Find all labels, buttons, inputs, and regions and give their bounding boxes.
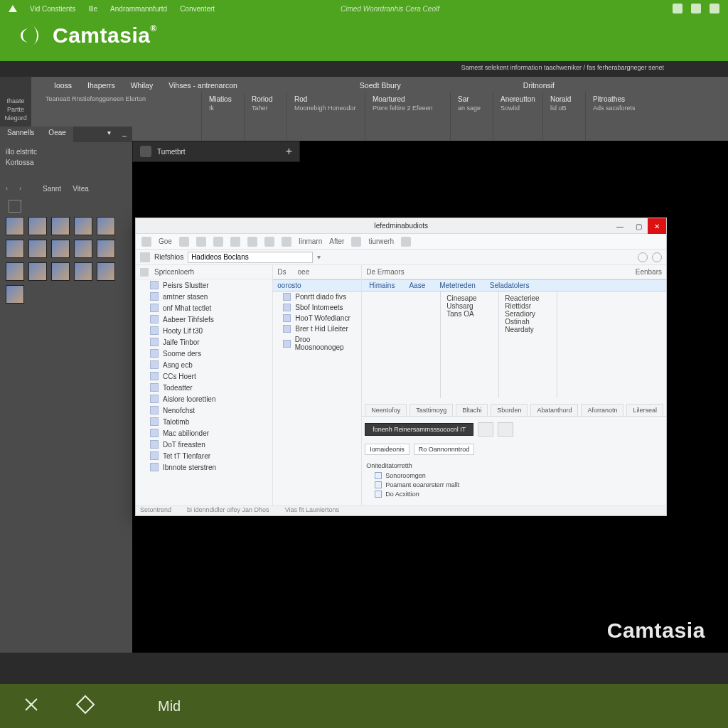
media-filter[interactable]: Vitea [73,185,89,193]
timeline-tab[interactable]: Tumetbrt + [132,141,300,162]
file-row[interactable]: Hooty Lif t30 [136,325,272,336]
cell[interactable]: Reacteriee [505,294,551,302]
thumbnail[interactable] [51,217,70,235]
menu-item[interactable]: Vid Constients [30,5,75,13]
col-head[interactable]: Aase [402,280,432,291]
menu-item[interactable]: Andrammannfurtd [110,5,167,13]
cell[interactable]: Neardaty [505,326,551,333]
cell[interactable]: Ushsarg [446,302,493,310]
toolbar-icon[interactable] [141,237,151,247]
toolbar-icon[interactable] [213,237,223,247]
option-row[interactable]: Sonoroomgen [375,472,662,479]
document-icon[interactable] [9,200,21,213]
toolbar-icon[interactable] [401,237,411,247]
name-input[interactable] [188,252,313,263]
cell[interactable]: Ostinah [505,318,551,326]
checkbox-icon[interactable] [375,472,382,479]
media-tab[interactable]: Sannells [0,127,41,142]
toolbar-item[interactable]: After [329,237,344,245]
footer-x-icon[interactable] [21,695,41,717]
group-head[interactable]: Sar [458,95,486,103]
col-head[interactable]: Seladatolers [483,280,537,291]
thumbnail[interactable] [51,240,70,258]
header-icon[interactable] [691,4,701,14]
action-button[interactable] [478,422,493,437]
toolbar-icon[interactable] [282,237,291,247]
thumbnail[interactable] [6,285,24,304]
mid-row[interactable]: Sbof Intomeets [273,302,361,313]
file-row[interactable]: Mac abilionder [136,427,272,439]
lower-tab[interactable]: Tasttimoyg [410,404,453,416]
thumbnail[interactable] [6,262,24,281]
group-head[interactable]: Moartured [373,95,443,103]
action-button[interactable] [498,422,513,437]
toolbar-icon[interactable] [230,237,240,247]
mid-row[interactable]: Brer t Hid Lileiter [273,323,361,334]
chevron-down-icon[interactable]: ▾ [317,253,321,261]
header-icon[interactable] [710,4,719,14]
action-label[interactable]: fonenh Reinersammsssococnl IT [365,423,473,436]
record-icon[interactable] [652,252,662,262]
group-head[interactable]: Noraid [550,95,578,103]
arrow-right-icon[interactable]: › [19,185,21,193]
file-row[interactable]: DoT fireasten [136,439,272,450]
group-head[interactable]: Rod [294,95,358,103]
right-head[interactable]: De Ermaors [366,268,404,276]
checkbox-icon[interactable] [375,491,382,498]
file-row[interactable]: Peisrs Slustter [136,279,272,291]
thumbnail[interactable] [97,240,115,258]
cell[interactable]: Riettidsr [505,302,551,310]
footer-diamond-icon[interactable] [75,695,95,717]
lower-tab[interactable]: Sborden [491,404,528,416]
collapse-icon[interactable]: ⎯ [117,127,132,142]
toolbar-icon[interactable] [247,237,257,247]
file-row[interactable]: Jaife Tinbor [136,336,272,348]
toolbar-icon[interactable] [264,237,274,247]
file-row[interactable]: Aabeer Tihfslefs [136,314,272,325]
chevron-icon[interactable]: ▾ [102,127,117,142]
ribbon-tab[interactable]: Iooss [54,81,72,90]
lower-tab[interactable]: Aforranotn [581,404,623,416]
file-row[interactable]: Tet tT Tienfarer [136,450,272,461]
col-head[interactable]: Himains [362,280,402,291]
checkbox-icon[interactable] [375,481,382,488]
thumbnail[interactable] [74,240,92,258]
cell[interactable]: Cinesape [446,294,493,302]
group-head[interactable]: Pitroathes [593,95,636,103]
file-row[interactable]: Asng ecb [136,359,272,370]
thumbnail[interactable] [6,217,24,235]
thumbnail[interactable] [28,217,47,235]
media-tab-active[interactable]: Oeae [41,127,73,142]
toolbar-item[interactable]: Iinmarn [299,237,322,245]
menu-item[interactable]: Conventert [180,5,215,13]
thumbnail[interactable] [97,217,115,235]
mid-row[interactable]: HooT Wofediancr [273,313,361,323]
lower-tab[interactable]: Abatanthord [530,404,578,416]
box-button[interactable]: Ro Oannonnntrod [414,444,475,455]
file-row[interactable]: Todeatter [136,382,272,393]
toolbar-icon[interactable] [196,237,206,247]
col-head[interactable]: Metetreden [432,280,483,291]
mid-row[interactable]: Droo Moosnoonogep [273,334,361,353]
option-row[interactable]: Do Acxittion [375,491,662,498]
arrow-left-icon[interactable]: ‹ [6,185,8,193]
toolbar-icon[interactable] [351,237,361,247]
cell[interactable]: Tans OA [446,310,493,318]
ribbon-tab[interactable]: Soedt Bbury [360,81,401,90]
ribbon-tab[interactable]: Ihaperrs [87,81,115,90]
file-row[interactable]: Talotimb [136,416,272,427]
header-icon[interactable] [673,4,682,14]
add-tab-icon[interactable]: + [286,145,292,158]
file-row[interactable]: Soome ders [136,348,272,359]
media-filter[interactable]: Sannt [43,185,61,193]
mid-row[interactable]: Ponrtt diado fivs [273,291,361,302]
ribbon-tab[interactable]: Dritnonsif [523,81,555,90]
group-head[interactable]: Anereutton [500,95,535,103]
minimize-button[interactable]: — [611,218,629,234]
toolbar-item[interactable]: Goe [159,237,172,245]
mid-head[interactable]: Ds [277,268,286,276]
file-row[interactable]: Ibnnote sterstren [136,461,272,473]
option-row[interactable]: Poamant eoarersterr mallt [375,481,662,488]
file-row[interactable]: CCs Hoert [136,370,272,382]
thumbnail[interactable] [28,240,47,258]
